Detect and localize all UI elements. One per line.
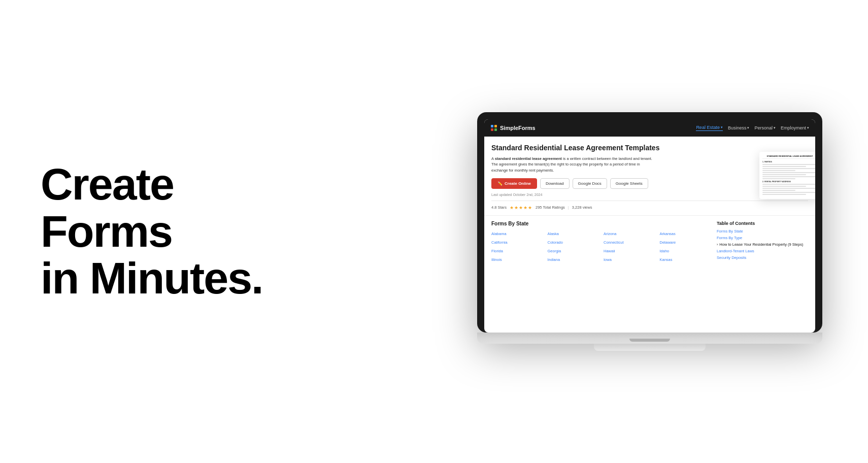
toc-how-to-lease[interactable]: › How to Lease Your Residential Property… bbox=[717, 242, 808, 247]
state-delaware[interactable]: Delaware bbox=[660, 239, 712, 246]
toc-landlord-tenant-laws[interactable]: Landlord-Tenant Laws bbox=[717, 249, 808, 253]
brand-logo: SimpleForms bbox=[490, 124, 536, 131]
star-icons: ★★★★★ bbox=[510, 205, 532, 210]
state-hawaii[interactable]: Hawaii bbox=[604, 248, 656, 254]
svg-rect-0 bbox=[491, 125, 493, 127]
doc-preview-title: STANDARD RESIDENTIAL LEASE AGREEMENT bbox=[762, 155, 815, 159]
svg-rect-1 bbox=[494, 125, 497, 127]
google-docs-button[interactable]: Google Docs bbox=[573, 178, 607, 189]
state-arizona[interactable]: Arizona bbox=[604, 230, 656, 237]
state-illinois[interactable]: Illinois bbox=[491, 256, 544, 263]
state-colorado[interactable]: Colorado bbox=[548, 239, 600, 246]
chevron-down-icon: ▾ bbox=[807, 126, 809, 130]
hero-title-line2: in Minutes. bbox=[41, 253, 263, 303]
google-sheets-button[interactable]: Google Sheets bbox=[610, 178, 648, 189]
pencil-icon: ✏️ bbox=[497, 181, 503, 186]
toc-forms-by-type[interactable]: Forms By Type bbox=[717, 236, 808, 240]
rating-score: 4.8 Stars bbox=[491, 205, 507, 210]
views-count: 3,228 views bbox=[572, 205, 592, 210]
laptop-outer: SimpleForms Real Estate ▾ Business ▾ Per… bbox=[477, 112, 822, 333]
toc-forms-by-state[interactable]: Forms By State bbox=[717, 229, 808, 234]
nav-item-personal[interactable]: Personal ▾ bbox=[754, 125, 776, 131]
state-florida[interactable]: Florida bbox=[491, 248, 544, 254]
doc-line bbox=[762, 188, 815, 189]
bottom-section: Forms By State Alabama Alaska Arizona Ar… bbox=[484, 215, 815, 268]
nav-item-employment[interactable]: Employment ▾ bbox=[781, 125, 809, 131]
hero-title-line1: Create Forms bbox=[41, 159, 174, 256]
chevron-down-icon: ▾ bbox=[774, 126, 776, 130]
laptop-mockup: SimpleForms Real Estate ▾ Business ▾ Per… bbox=[472, 112, 827, 351]
doc-section-2-label: 2. RENTAL PROPERTY ADDRESS bbox=[762, 181, 815, 183]
nav-items: Real Estate ▾ Business ▾ Personal ▾ Empl… bbox=[696, 125, 809, 131]
svg-rect-2 bbox=[491, 128, 493, 131]
chevron-down-icon: ▾ bbox=[721, 125, 723, 129]
table-of-contents: Table of Contents Forms By State Forms B… bbox=[717, 221, 808, 263]
rating-total: 295 Total Ratings bbox=[536, 205, 565, 210]
laptop-stand bbox=[594, 344, 706, 351]
doc-line bbox=[762, 184, 815, 185]
doc-line bbox=[762, 168, 815, 169]
state-idaho[interactable]: Idaho bbox=[660, 248, 712, 254]
doc-line bbox=[762, 172, 815, 173]
create-online-button[interactable]: ✏️ Create Online bbox=[491, 178, 537, 189]
nav-item-real-estate[interactable]: Real Estate ▾ bbox=[696, 125, 723, 131]
doc-line bbox=[762, 186, 806, 187]
laptop-base bbox=[477, 333, 822, 344]
state-georgia[interactable]: Georgia bbox=[548, 248, 600, 254]
doc-line bbox=[762, 178, 795, 179]
page-description: A standard residential lease agreement i… bbox=[491, 156, 654, 173]
doc-section-1-label: 1. PARTIES bbox=[762, 161, 815, 163]
doc-line bbox=[762, 192, 815, 193]
state-kansas[interactable]: Kansas bbox=[660, 256, 712, 263]
state-alaska[interactable]: Alaska bbox=[548, 230, 600, 237]
divider bbox=[491, 201, 808, 201]
brand-icon bbox=[490, 124, 497, 131]
doc-line bbox=[762, 176, 815, 177]
download-button[interactable]: Download bbox=[540, 178, 570, 189]
states-grid: Alabama Alaska Arizona Arkansas Californ… bbox=[491, 230, 712, 263]
state-california[interactable]: California bbox=[491, 239, 544, 246]
doc-preview: STANDARD RESIDENTIAL LEASE AGREEMENT 1. … bbox=[759, 152, 815, 199]
navbar: SimpleForms Real Estate ▾ Business ▾ Per… bbox=[484, 119, 815, 137]
chevron-down-icon: ▾ bbox=[747, 126, 749, 130]
state-alabama[interactable]: Alabama bbox=[491, 230, 544, 237]
forms-by-state: Forms By State Alabama Alaska Arizona Ar… bbox=[491, 221, 712, 263]
hero-section: Create Forms in Minutes. bbox=[41, 161, 305, 302]
nav-item-business[interactable]: Business ▾ bbox=[728, 125, 750, 131]
rating-row: 4.8 Stars ★★★★★ 295 Total Ratings | 3,22… bbox=[491, 205, 808, 210]
svg-rect-3 bbox=[494, 128, 497, 131]
chevron-right-icon: › bbox=[717, 243, 718, 246]
page-title: Standard Residential Lease Agreement Tem… bbox=[491, 144, 808, 152]
doc-line bbox=[762, 174, 806, 175]
doc-line bbox=[762, 194, 806, 195]
state-arkansas[interactable]: Arkansas bbox=[660, 230, 712, 237]
state-connecticut[interactable]: Connecticut bbox=[604, 239, 656, 246]
toc-security-deposits[interactable]: Security Deposits bbox=[717, 255, 808, 260]
state-iowa[interactable]: Iowa bbox=[604, 256, 656, 263]
doc-line bbox=[762, 166, 806, 167]
doc-line bbox=[762, 170, 795, 171]
toc-heading: Table of Contents bbox=[717, 221, 808, 226]
state-indiana[interactable]: Indiana bbox=[548, 256, 600, 263]
hero-title: Create Forms in Minutes. bbox=[41, 161, 305, 302]
forms-by-state-heading: Forms By State bbox=[491, 221, 712, 226]
rating-divider: | bbox=[568, 205, 569, 210]
doc-line bbox=[762, 190, 795, 191]
brand-name: SimpleForms bbox=[500, 125, 536, 131]
laptop-screen: SimpleForms Real Estate ▾ Business ▾ Per… bbox=[484, 119, 815, 333]
doc-line bbox=[762, 164, 815, 165]
laptop-notch bbox=[629, 339, 670, 342]
